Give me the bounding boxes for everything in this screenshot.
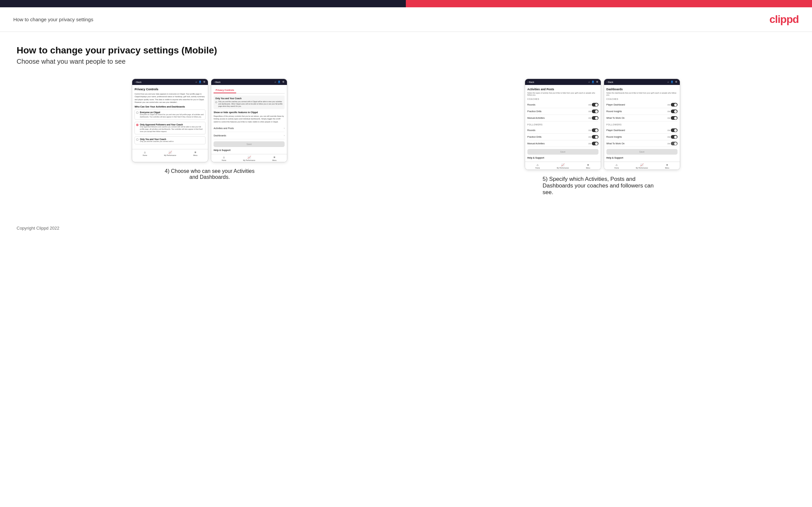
bottom-nav-menu-2[interactable]: ≡ Menu <box>262 156 287 161</box>
toggle-label-what-to-work-coaches: What To Work On <box>606 117 625 119</box>
back-button-2[interactable]: ‹ Back <box>214 81 220 83</box>
phone-nav-4: ‹ Back ⌕ 👤 ⚙ <box>604 79 680 85</box>
radio-option-coach-only[interactable]: Only You and Your Coach Only you and the… <box>135 136 206 144</box>
performance-label-2: My Performance <box>243 159 255 161</box>
coaches-label-3: COACHES <box>527 98 599 100</box>
toggle-label-drills-followers: Practice Drills <box>527 136 542 138</box>
home-label-3: Home <box>536 167 540 169</box>
phone-body-4: Dashboards Select the dashboards that yo… <box>604 85 680 162</box>
radio-desc-everyone: Everyone on Clippd can search for you an… <box>140 113 204 118</box>
bottom-nav-menu-4[interactable]: ≡ Menu <box>655 163 680 169</box>
search-icon-4[interactable]: ⌕ <box>667 80 669 83</box>
bottom-nav-menu-1[interactable]: ≡ Menu <box>183 151 208 156</box>
toggle-wrapper-drills-followers: ON <box>589 135 599 139</box>
toggle-drills-followers-switch[interactable] <box>592 135 599 139</box>
bottom-nav-menu-3[interactable]: ≡ Menu <box>575 163 601 169</box>
menu-label-3: Menu <box>586 167 590 169</box>
settings-icon-4[interactable]: ⚙ <box>675 80 677 83</box>
toggle-label-round-insights-coaches: Round Insights <box>606 110 622 112</box>
search-icon[interactable]: ⌕ <box>196 80 197 83</box>
menu-item-activities[interactable]: Activities and Posts › <box>213 125 285 132</box>
bottom-nav-performance-1[interactable]: 📈 My Performance <box>157 151 183 156</box>
toggle-round-insights-coaches-switch[interactable] <box>671 110 677 113</box>
screenshots-row: ‹ Back ⌕ 👤 ⚙ Privacy Controls Control ho… <box>16 79 796 196</box>
back-button-3[interactable]: ‹ Back <box>528 81 535 83</box>
info-radio-circle <box>215 101 217 103</box>
toggle-label-rounds-followers: Rounds <box>527 129 536 131</box>
settings-icon-3[interactable]: ⚙ <box>596 80 598 83</box>
toggle-manual-followers: Manual Activities ON <box>527 140 599 147</box>
toggle-player-dash-coaches: Player Dashboard ON <box>606 102 677 108</box>
toggle-what-to-work-followers-switch[interactable] <box>671 142 677 145</box>
menu-item-label-activities: Activities and Posts <box>213 127 234 129</box>
info-box-text-2: Only you and the coaches you connect wit… <box>218 101 283 108</box>
profile-icon[interactable]: 👤 <box>199 80 202 83</box>
radio-option-followers-coach[interactable]: Only Approved Followers and Your Coach O… <box>135 122 206 134</box>
radio-desc-coach-only: Only you and the coaches you connect wit… <box>140 140 174 143</box>
bottom-nav-home-3[interactable]: ⌂ Home <box>525 163 550 169</box>
top-bar <box>0 0 812 7</box>
menu-label-2: Menu <box>272 159 276 161</box>
toggle-label-player-dash-coaches: Player Dashboard <box>606 104 625 106</box>
caption-group1: 4) Choose who can see your Activities an… <box>160 168 259 180</box>
tab-privacy-controls[interactable]: Privacy Controls <box>213 88 236 93</box>
back-button-4[interactable]: ‹ Back <box>607 81 613 83</box>
home-label-1: Home <box>143 154 147 156</box>
radio-circle-everyone <box>136 111 139 114</box>
toggle-player-dash-coaches-switch[interactable] <box>671 103 677 107</box>
toggle-manual-coaches-switch[interactable] <box>592 116 599 120</box>
menu-item-label-dashboards: Dashboards <box>213 134 226 137</box>
bottom-nav-home-4[interactable]: ⌂ Home <box>604 163 629 169</box>
toggle-label-drills-coaches: Practice Drills <box>527 110 542 112</box>
search-icon-3[interactable]: ⌕ <box>589 80 590 83</box>
toggle-wrapper-player-dash-coaches: ON <box>667 103 677 107</box>
toggle-player-dash-followers-switch[interactable] <box>671 128 677 132</box>
home-label-4: Home <box>614 167 619 169</box>
toggle-round-insights-followers-switch[interactable] <box>671 135 677 139</box>
help-support-2: Help & Support <box>213 149 285 151</box>
activities-title: Activities and Posts <box>527 88 599 91</box>
tab-bar-2: Privacy Controls <box>213 88 285 94</box>
info-box-title-2: Only You and Your Coach <box>215 97 283 100</box>
menu-item-dashboards[interactable]: Dashboards › <box>213 132 285 139</box>
save-button-2[interactable]: Save <box>213 142 285 147</box>
settings-icon-2[interactable]: ⚙ <box>282 80 284 83</box>
page-heading: How to change your privacy settings (Mob… <box>16 45 796 56</box>
toggle-rounds-coaches-switch[interactable] <box>592 103 599 107</box>
bottom-nav-home-1[interactable]: ⌂ Home <box>132 151 157 156</box>
profile-icon-2[interactable]: 👤 <box>277 80 281 83</box>
save-button-4[interactable]: Save <box>606 149 677 155</box>
performance-label-1: My Performance <box>164 154 176 156</box>
toggle-manual-followers-switch[interactable] <box>592 142 599 145</box>
home-label-2: Home <box>222 159 226 161</box>
nav-icons-4: ⌕ 👤 ⚙ <box>667 80 677 83</box>
screen-dashboards: ‹ Back ⌕ 👤 ⚙ Dashboards Select the dashb… <box>604 79 680 170</box>
bottom-nav-performance-3[interactable]: 📈 My Performance <box>550 163 575 169</box>
toggle-rounds-followers-switch[interactable] <box>592 128 599 132</box>
bottom-nav-1: ⌂ Home 📈 My Performance ≡ Menu <box>132 149 208 157</box>
copyright: Copyright Clippd 2022 <box>16 226 59 231</box>
page-content: How to change your privacy settings (Mob… <box>0 32 812 216</box>
screen-activities-posts: ‹ Back ⌕ 👤 ⚙ Activities and Posts Select… <box>525 79 601 170</box>
toggle-drills-followers: Practice Drills ON <box>527 134 599 140</box>
settings-icon[interactable]: ⚙ <box>203 80 205 83</box>
radio-option-everyone[interactable]: Everyone on Clippd Everyone on Clippd ca… <box>135 110 206 120</box>
bottom-nav-performance-2[interactable]: 📈 My Performance <box>237 156 262 161</box>
save-button-3[interactable]: Save <box>527 149 599 155</box>
menu-label-4: Menu <box>665 167 669 169</box>
toggle-what-to-work-coaches-switch[interactable] <box>671 116 677 120</box>
bottom-nav-home-2[interactable]: ⌂ Home <box>211 156 237 161</box>
back-button-1[interactable]: ‹ Back <box>135 81 142 83</box>
toggle-rounds-coaches: Rounds ON <box>527 102 599 108</box>
bottom-nav-performance-4[interactable]: 📈 My Performance <box>629 163 655 169</box>
toggle-wrapper-what-to-work-coaches: ON <box>667 116 677 120</box>
profile-icon-4[interactable]: 👤 <box>670 80 673 83</box>
search-icon-2[interactable]: ⌕ <box>275 80 276 83</box>
toggle-label-player-dash-followers: Player Dashboard <box>606 129 625 131</box>
toggle-rounds-followers: Rounds ON <box>527 127 599 134</box>
profile-icon-3[interactable]: 👤 <box>592 80 595 83</box>
radio-circle-coach-only <box>136 138 139 141</box>
toggle-drills-coaches-switch[interactable] <box>592 110 599 113</box>
toggle-wrapper-drills-coaches: ON <box>589 110 599 113</box>
coaches-label-4: COACHES <box>606 98 677 100</box>
